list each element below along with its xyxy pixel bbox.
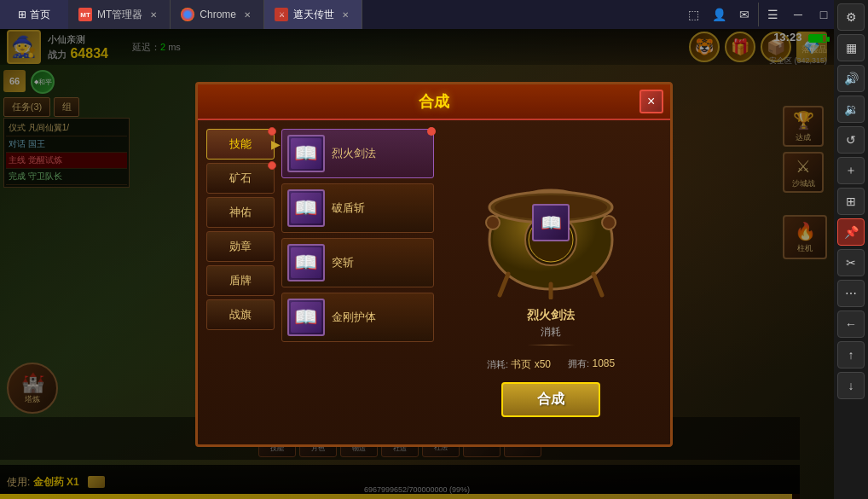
rs-scissors[interactable]: ✂ — [837, 249, 865, 276]
mt-icon: MT — [78, 8, 92, 21]
skill-item-3[interactable]: 📖 金刚护体 — [281, 293, 434, 342]
cat-divine[interactable]: 神佑 — [206, 197, 275, 228]
rs-up[interactable]: ↑ — [837, 341, 865, 368]
owned-count: 1085 — [592, 357, 615, 369]
cat-skill[interactable]: 技能 ▶ — [206, 129, 275, 160]
cat-arrow: ▶ — [271, 137, 281, 151]
tab-chrome-label: Chrome — [200, 9, 236, 20]
book-icon-0: 📖 — [294, 142, 317, 165]
close-icon: × — [647, 94, 655, 109]
dialog-body: 技能 ▶ 矿石 神佑 勋章 盾牌 战旗 — [198, 120, 670, 444]
cat-divine-label: 神佑 — [229, 205, 252, 220]
skill-icon-3: 📖 — [287, 299, 325, 336]
home-label: 首页 — [30, 8, 50, 22]
cat-skill-label: 技能 — [229, 136, 252, 152]
minimize-btn[interactable]: ─ — [786, 3, 810, 26]
tab-chrome-close[interactable]: ✕ — [241, 9, 253, 20]
skill-item-1[interactable]: 📖 破盾斩 — [281, 183, 434, 233]
cauldron-book-icon: 📖 — [541, 212, 562, 233]
owned-label: 拥有: — [568, 358, 589, 368]
cat-ore[interactable]: 矿石 — [206, 163, 275, 194]
skill-dot-0 — [427, 127, 436, 136]
rs-refresh[interactable]: ↺ — [837, 126, 865, 154]
cat-medal-label: 勋章 — [229, 239, 252, 254]
cat-shield-label: 盾牌 — [229, 273, 252, 288]
skill-name-1: 破盾斩 — [332, 200, 365, 216]
skill-list: 📖 烈火剑法 📖 破盾斩 📖 突斩 — [275, 129, 441, 436]
synthesize-button[interactable]: 合成 — [501, 382, 600, 417]
consume-count: x50 — [535, 358, 551, 370]
rs-volume-down[interactable]: 🔉 — [837, 96, 865, 123]
skill-icon-2: 📖 — [287, 244, 325, 281]
separator — [758, 3, 759, 26]
mail-btn[interactable]: ✉ — [732, 3, 756, 26]
taskbar-home[interactable]: ⊞ 首页 — [0, 0, 68, 29]
skill-icon-0: 📖 — [287, 135, 325, 172]
game-ctrl-2[interactable]: 👤 — [707, 3, 731, 26]
consume-prefix-label: 消耗: — [487, 359, 508, 369]
rs-grid[interactable]: ▦ — [837, 34, 865, 61]
synthesis-dialog: 合成 × 技能 ▶ 矿石 神佑 勋章 — [195, 82, 673, 447]
tab-game-label: 遮天传世 — [293, 8, 334, 22]
cauldron-panel: 📖 烈火剑法 消耗 消耗: 书页 x50 — [441, 129, 662, 436]
rs-red-pin[interactable]: 📌 — [837, 218, 865, 246]
right-sidebar: ⚙ ▦ 🔊 🔉 ↺ ＋ ⊞ 📌 ✂ ⋯ ← ↑ ↓ — [834, 0, 868, 499]
consume-cost: 消耗: 书页 x50 — [487, 357, 551, 372]
rs-more[interactable]: ⋯ — [837, 280, 865, 307]
consume-owned: 拥有: 1085 — [568, 357, 615, 372]
book-icon-3: 📖 — [294, 306, 317, 328]
skill-info-box: 烈火剑法 消耗 — [527, 308, 575, 351]
selected-skill-name: 烈火剑法 — [527, 308, 575, 323]
dialog-header: 合成 × — [198, 84, 670, 120]
cauldron-container: 📖 — [474, 146, 628, 299]
consume-row: 消耗: 书页 x50 拥有: 1085 — [487, 357, 615, 372]
skill-item-2[interactable]: 📖 突斩 — [281, 238, 434, 287]
rs-down[interactable]: ↓ — [837, 372, 865, 399]
svg-point-7 — [602, 216, 616, 229]
home-icon: ⊞ — [18, 9, 26, 20]
ore-notification-dot — [268, 161, 276, 170]
consume-item-name: 书页 — [511, 358, 531, 370]
rs-volume-up[interactable]: 🔊 — [837, 65, 865, 92]
book-icon-1: 📖 — [294, 197, 317, 219]
game-area: 🧙 小仙亲测 战力 64834 延迟：2 ms 🐯 🎁 📦 💎 13:23 落霞… — [0, 29, 834, 499]
tab-mt-close[interactable]: ✕ — [148, 9, 159, 20]
consume-label: 消耗 — [527, 325, 575, 339]
cat-ore-label: 矿石 — [229, 171, 252, 186]
chrome-icon — [181, 8, 194, 21]
cauldron-item: 📖 — [532, 204, 570, 241]
rs-grid2[interactable]: ⊞ — [837, 188, 865, 215]
skill-name-3: 金刚护体 — [332, 310, 376, 325]
cat-shield[interactable]: 盾牌 — [206, 265, 275, 296]
taskbar: ⊞ 首页 MT MT管理器 ✕ Chrome ✕ ⚔ 遮天传世 ✕ ⬚ 👤 ✉ … — [0, 0, 868, 29]
divider — [527, 345, 575, 345]
cat-warbanner[interactable]: 战旗 — [206, 299, 275, 330]
game-icon: ⚔ — [275, 8, 288, 21]
skill-name-2: 突斩 — [332, 255, 354, 270]
game-ctrl-1[interactable]: ⬚ — [681, 3, 705, 26]
skill-notification-dot — [268, 127, 276, 136]
tab-mt[interactable]: MT MT管理器 ✕ — [68, 0, 171, 29]
tab-game-close[interactable]: ✕ — [339, 9, 351, 20]
cat-medal[interactable]: 勋章 — [206, 231, 275, 262]
category-list: 技能 ▶ 矿石 神佑 勋章 盾牌 战旗 — [206, 129, 275, 436]
dialog-title: 合成 — [419, 93, 449, 110]
skill-icon-1: 📖 — [287, 189, 325, 227]
tab-chrome[interactable]: Chrome ✕ — [171, 0, 264, 29]
rs-back[interactable]: ← — [837, 310, 865, 338]
book-icon-2: 📖 — [294, 252, 317, 274]
svg-point-6 — [486, 216, 500, 229]
rs-settings[interactable]: ⚙ — [837, 3, 865, 31]
menu-btn[interactable]: ☰ — [761, 3, 784, 26]
maximize-btn[interactable]: □ — [812, 3, 836, 26]
skill-item-0[interactable]: 📖 烈火剑法 — [281, 129, 434, 178]
cat-warbanner-label: 战旗 — [229, 307, 252, 322]
rs-plus[interactable]: ＋ — [837, 157, 865, 184]
dialog-close-btn[interactable]: × — [639, 90, 663, 113]
tab-game[interactable]: ⚔ 遮天传世 ✕ — [264, 0, 362, 29]
tab-mt-label: MT管理器 — [97, 8, 142, 22]
skill-name-0: 烈火剑法 — [332, 146, 376, 161]
